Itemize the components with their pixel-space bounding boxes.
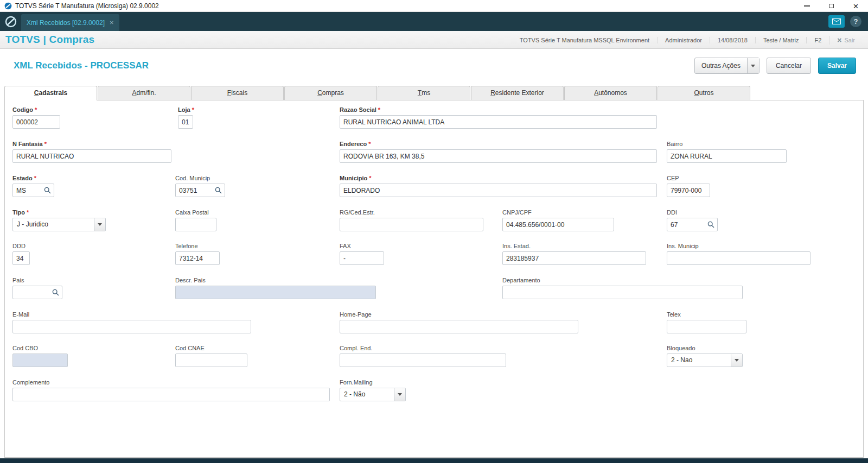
tab-tms[interactable]: Tms xyxy=(378,86,470,100)
ddd-input[interactable] xyxy=(12,251,30,265)
form-panel: Codigo* Loja* Razao Social* N Fantasia* … xyxy=(4,100,864,458)
field-complemento: Complemento xyxy=(12,379,330,401)
rg-ced-label: RG/Ced.Estr. xyxy=(340,209,483,216)
field-departamento: Departamento xyxy=(502,277,743,299)
close-icon: × xyxy=(853,2,859,11)
rg-ced-input[interactable] xyxy=(340,218,483,231)
field-cod-cbo: Cod CBO xyxy=(12,345,68,367)
tab-close-icon[interactable]: × xyxy=(110,18,114,27)
tab-residente-exterior[interactable]: Residente Exterior xyxy=(471,86,564,100)
exit-close-icon: × xyxy=(837,36,841,45)
required-marker: * xyxy=(44,141,47,147)
field-telefone: Telefone xyxy=(175,243,220,265)
email-input[interactable] xyxy=(12,320,251,333)
telex-input[interactable] xyxy=(667,320,746,333)
field-forn-mailing: Forn.Mailing 2 - Não xyxy=(340,379,406,401)
home-page-label: Home-Page xyxy=(340,311,578,318)
help-icon[interactable]: ? xyxy=(850,16,861,27)
shortcut-label: F2 xyxy=(806,37,829,43)
bairro-label: Bairro xyxy=(667,141,787,148)
minimize-button[interactable] xyxy=(795,0,819,12)
field-ddd: DDD xyxy=(12,243,30,265)
bloqueado-select[interactable]: 2 - Nao xyxy=(667,354,743,367)
telex-label: Telex xyxy=(667,311,746,318)
search-icon[interactable] xyxy=(50,287,61,298)
action-buttons: Outras Ações Cancelar Salvar xyxy=(694,58,856,74)
tab-cadastrais[interactable]: Cadastrais xyxy=(4,86,97,100)
restore-button[interactable] xyxy=(819,0,844,12)
cancel-button[interactable]: Cancelar xyxy=(767,58,811,74)
descr-pais-label: Descr. Pais xyxy=(175,277,376,284)
cnpj-cpf-input[interactable] xyxy=(502,218,614,231)
forn-mailing-value: 2 - Não xyxy=(344,388,365,401)
workspace-tab-xml-recebidos[interactable]: Xml Recebidos [02.9.0002] × xyxy=(21,14,119,31)
totvs-logo-icon xyxy=(5,16,17,28)
chevron-down-icon[interactable] xyxy=(394,388,405,401)
codigo-label: Codigo* xyxy=(12,106,60,113)
search-icon[interactable] xyxy=(42,185,53,196)
field-fax: FAX xyxy=(340,243,384,265)
caixa-postal-input[interactable] xyxy=(175,218,216,231)
cep-label: CEP xyxy=(667,175,710,182)
minimize-icon xyxy=(804,5,810,7)
mail-button[interactable] xyxy=(828,15,845,28)
search-icon[interactable] xyxy=(213,185,224,196)
field-estado: Estado* xyxy=(12,175,54,197)
endereco-label: Endereco* xyxy=(340,141,657,148)
field-tipo: Tipo* J - Juridico xyxy=(12,209,106,231)
codigo-input[interactable] xyxy=(12,115,60,129)
other-actions-button[interactable]: Outras Ações xyxy=(694,58,760,74)
tab-compras[interactable]: Compras xyxy=(284,86,377,100)
chevron-down-icon[interactable] xyxy=(94,218,105,231)
field-compl-end: Compl. End. xyxy=(340,345,506,367)
date-label: 14/08/2018 xyxy=(710,37,755,43)
header-info: TOTVS Série T Manufatura MSSQL Environme… xyxy=(512,31,863,49)
close-button[interactable]: × xyxy=(844,0,868,12)
field-bairro: Bairro xyxy=(667,141,787,163)
save-button[interactable]: Salvar xyxy=(818,58,856,74)
folder-tabs: Cadastrais Adm/fin. Fiscais Compras Tms … xyxy=(4,86,751,100)
ins-municip-input[interactable] xyxy=(667,251,810,265)
razao-social-input[interactable] xyxy=(340,115,657,129)
search-icon[interactable] xyxy=(705,219,717,230)
restore-icon xyxy=(829,4,834,8)
cep-input[interactable] xyxy=(667,184,710,197)
field-email: E-Mail xyxy=(12,311,251,333)
field-home-page: Home-Page xyxy=(340,311,578,333)
workspace-bar: Xml Recebidos [02.9.0002] × ? xyxy=(0,12,868,31)
loja-input[interactable] xyxy=(178,115,193,129)
page-title: XML Recebidos - PROCESSAR xyxy=(14,60,149,71)
telefone-input[interactable] xyxy=(175,251,220,265)
tipo-select[interactable]: J - Juridico xyxy=(12,218,106,231)
tab-adm-fin[interactable]: Adm/fin. xyxy=(98,86,190,100)
required-marker: * xyxy=(192,106,194,113)
forn-mailing-select[interactable]: 2 - Não xyxy=(340,388,406,401)
workspace-tab-label: Xml Recebidos [02.9.0002] xyxy=(27,19,105,27)
cod-municip-label: Cod. Municip xyxy=(175,175,225,182)
field-bloqueado: Bloqueado 2 - Nao xyxy=(667,345,743,367)
chevron-down-icon[interactable] xyxy=(731,354,742,367)
cod-cnae-input[interactable] xyxy=(175,354,247,367)
endereco-input[interactable] xyxy=(340,149,657,163)
tipo-label: Tipo* xyxy=(12,209,106,216)
n-fantasia-input[interactable] xyxy=(12,149,171,163)
compl-end-input[interactable] xyxy=(340,354,506,367)
chevron-down-icon[interactable] xyxy=(747,58,759,73)
exit-button[interactable]: × Sair xyxy=(829,36,863,45)
os-titlebar: TOTVS Série T Manufatura (Microsiga) 02.… xyxy=(0,0,868,12)
ins-estad-input[interactable] xyxy=(502,251,646,265)
estado-label: Estado* xyxy=(12,175,54,182)
fax-input[interactable] xyxy=(340,251,384,265)
tab-autonomos[interactable]: Autônomos xyxy=(564,86,657,100)
tab-fiscais[interactable]: Fiscais xyxy=(191,86,284,100)
required-marker: * xyxy=(378,106,380,113)
departamento-input[interactable] xyxy=(502,286,743,299)
bairro-input[interactable] xyxy=(667,149,787,163)
field-cod-cnae: Cod CNAE xyxy=(175,345,247,367)
municipio-input[interactable] xyxy=(340,184,657,197)
bottom-strip xyxy=(0,458,868,463)
field-n-fantasia: N Fantasia* xyxy=(12,141,171,163)
tab-outros[interactable]: Outros xyxy=(658,86,750,100)
complemento-input[interactable] xyxy=(12,388,330,401)
home-page-input[interactable] xyxy=(340,320,578,333)
